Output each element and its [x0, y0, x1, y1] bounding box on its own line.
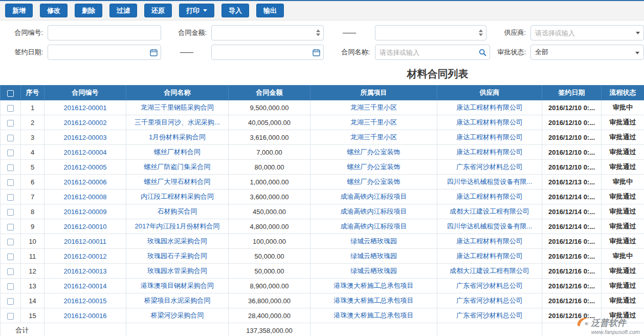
row-checkbox[interactable] [7, 298, 14, 305]
supplier-input[interactable] [530, 25, 644, 40]
contract-name-link[interactable]: 螺丝厂防盗门集采合同 [144, 163, 211, 171]
contract-name-link[interactable]: 2017年内江段1月份材料合同 [135, 222, 219, 230]
supplier-link[interactable]: 康达工程材料有限公司 [456, 252, 523, 260]
export-button[interactable]: 输出 [256, 4, 284, 17]
contract-name-link[interactable]: 1月份材料采购合同 [149, 133, 206, 141]
contract-code-link[interactable]: 201612-00005 [64, 163, 107, 171]
supplier-link[interactable]: 康达工程材料有限公司 [456, 103, 523, 111]
contract-code-link[interactable]: 201612-00009 [64, 208, 107, 216]
amount-max-spinner[interactable] [479, 30, 483, 36]
amount-min-spinner[interactable] [316, 30, 320, 36]
filter-button[interactable]: 过滤 [109, 4, 137, 17]
calendar-icon[interactable] [149, 48, 158, 56]
supplier-link[interactable]: 四川华达机械租赁设备有限... [447, 178, 532, 185]
row-checkbox[interactable] [7, 254, 14, 260]
calendar-icon[interactable] [312, 48, 320, 56]
supplier-link[interactable]: 康达工程材料有限公司 [456, 118, 523, 126]
import-button[interactable]: 导入 [221, 4, 249, 17]
row-checkbox[interactable] [7, 135, 14, 141]
project-link[interactable]: 绿城云栖玫瑰园 [350, 267, 397, 275]
project-link[interactable]: 成渝高铁内江标段项目 [341, 193, 407, 200]
project-link[interactable]: 龙湖三千里小区 [350, 118, 397, 126]
row-checkbox[interactable] [7, 179, 14, 186]
print-button[interactable]: 打印 [179, 4, 214, 17]
amount-max-input[interactable] [375, 25, 486, 40]
contract-code-link[interactable]: 201612-00011 [64, 238, 106, 245]
row-checkbox[interactable] [7, 239, 14, 245]
contract-code-link[interactable]: 201612-00012 [64, 253, 107, 260]
supplier-link[interactable]: 广东省河沙材料总公司 [456, 163, 523, 171]
row-checkbox[interactable] [7, 105, 14, 112]
contract-name-link[interactable]: 桥梁项目水泥采购合同 [144, 297, 211, 304]
project-link[interactable]: 港珠澳大桥施工总承包项目 [334, 311, 414, 319]
contract-code-link[interactable]: 201612-00014 [64, 282, 107, 290]
row-checkbox[interactable] [7, 120, 14, 127]
row-checkbox[interactable] [7, 150, 14, 156]
contract-name-link[interactable]: 港珠澳项目钢材采购合同 [141, 282, 214, 289]
supplier-link[interactable]: 成都大江建设工程有限公司 [450, 207, 529, 215]
contract-name-link[interactable]: 玫瑰园水泥采购合同 [147, 237, 207, 245]
project-link[interactable]: 成渝高铁内江标段项目 [341, 207, 407, 215]
contract-name-link[interactable]: 内江段工程材料采购合同 [141, 193, 214, 200]
project-link[interactable]: 绿城云栖玫瑰园 [350, 252, 397, 260]
contract-code-link[interactable]: 201612-00015 [64, 297, 107, 305]
contract-name-input[interactable] [375, 45, 490, 60]
contract-code-link[interactable]: 201612-00010 [64, 223, 107, 230]
restore-button[interactable]: 还原 [144, 4, 172, 17]
supplier-link[interactable]: 成都大江建设工程有限公司 [450, 267, 529, 275]
approval-status-select[interactable]: 全部 [530, 45, 644, 60]
project-link[interactable]: 螺丝厂办公室装饰 [347, 178, 401, 185]
search-icon[interactable] [478, 48, 486, 56]
amount-min-input[interactable] [211, 25, 324, 40]
row-checkbox[interactable] [7, 268, 14, 275]
supplier-link[interactable]: 四川华达机械租赁设备有限... [447, 222, 532, 230]
supplier-link[interactable]: 康达工程材料有限公司 [456, 148, 523, 156]
contract-name-link[interactable]: 螺丝厂大理石材料合同 [144, 178, 211, 185]
contract-code-link[interactable]: 201612-00006 [64, 178, 107, 186]
project-link[interactable]: 龙湖三千里小区 [350, 133, 397, 141]
contract-code-link[interactable]: 201612-00003 [64, 134, 107, 141]
contract-code-link[interactable]: 201612-00008 [64, 193, 107, 201]
contract-name-link[interactable]: 玫瑰园石子采购合同 [147, 252, 207, 260]
amount-cell: 1,000,000.00 [229, 175, 310, 190]
delete-button[interactable]: 删除 [75, 4, 102, 17]
supplier-link[interactable]: 广东省河沙材料总公司 [456, 282, 523, 289]
sign-date-from-input[interactable] [48, 45, 161, 60]
project-link[interactable]: 绿城云栖玫瑰园 [350, 237, 397, 245]
contract-code-link[interactable]: 201612-00013 [64, 267, 107, 275]
row-checkbox[interactable] [7, 224, 14, 230]
contract-code-link[interactable]: 201612-00002 [64, 119, 107, 127]
contract-code-link[interactable]: 201612-00004 [64, 149, 107, 156]
contract-name-link[interactable]: 螺丝厂材料合同 [154, 148, 201, 156]
row-checkbox[interactable] [7, 283, 14, 290]
contract-no-input[interactable] [48, 25, 161, 40]
project-link[interactable]: 成渝高铁内江标段项目 [341, 222, 407, 230]
contract-name-link[interactable]: 石材购买合同 [158, 207, 197, 215]
date-cell: 2016/12/10 0:... [542, 130, 602, 145]
supplier-link[interactable]: 广东省河沙材料总公司 [456, 311, 523, 319]
project-link[interactable]: 螺丝厂办公室装饰 [347, 148, 401, 156]
supplier-link[interactable]: 康达工程材料有限公司 [456, 193, 523, 200]
contract-name-link[interactable]: 三千里项目河沙、水泥采购... [135, 118, 220, 126]
project-link[interactable]: 螺丝厂办公室装饰 [347, 163, 401, 171]
contract-code-link[interactable]: 201612-00016 [64, 312, 107, 320]
row-checkbox[interactable] [7, 209, 14, 216]
project-link[interactable]: 港珠澳大桥施工总承包项目 [334, 297, 414, 304]
supplier-link[interactable]: 广东省河沙材料总公司 [456, 297, 523, 304]
row-checkbox[interactable] [7, 194, 14, 201]
project-link[interactable]: 龙湖三千里小区 [350, 103, 397, 111]
supplier-link[interactable]: 康达工程材料有限公司 [456, 237, 523, 245]
row-checkbox[interactable] [7, 164, 14, 171]
select-all-checkbox[interactable] [7, 90, 14, 97]
column-header-2: 合同名称 [126, 86, 229, 100]
project-link[interactable]: 港珠澳大桥施工总承包项目 [334, 282, 414, 289]
contract-name-link[interactable]: 玫瑰园水管采购合同 [147, 267, 207, 275]
contract-name-link[interactable]: 桥梁河沙采购合同 [151, 311, 204, 319]
edit-button[interactable]: 修改 [40, 4, 68, 17]
contract-name-link[interactable]: 龙湖三千里钢筋采购合同 [141, 103, 214, 111]
supplier-link[interactable]: 康达工程材料有限公司 [456, 133, 523, 141]
add-button[interactable]: 新增 [5, 4, 33, 17]
sign-date-to-input[interactable] [211, 45, 324, 60]
row-checkbox[interactable] [7, 313, 14, 320]
contract-code-link[interactable]: 201612-00001 [64, 104, 107, 112]
